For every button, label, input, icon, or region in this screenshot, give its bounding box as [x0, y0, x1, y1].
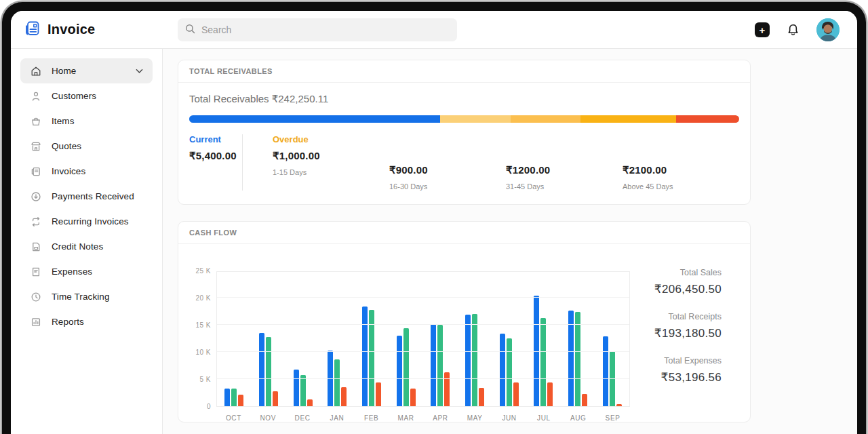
sales-bar	[362, 307, 368, 406]
receipts-bar	[540, 318, 546, 406]
bar-group-nov	[252, 272, 286, 406]
bar-group-dec	[285, 272, 320, 406]
invoice-logo-icon	[23, 19, 42, 41]
total-label: Total Receipts	[630, 312, 722, 321]
progress-segment-overdue-31-45-days	[580, 115, 676, 123]
gridline	[217, 378, 629, 379]
sales-bar	[431, 324, 436, 406]
total-receivables-summary: Total Receivables ₹242,250.11	[189, 93, 739, 105]
bar-group-feb	[355, 272, 389, 406]
total-entry-total-receipts: Total Receipts₹193,180.50	[630, 312, 722, 340]
bar-group-oct	[217, 272, 252, 406]
progress-segment-overdue-1-15-days	[440, 115, 511, 123]
y-tick-label: 20 K	[195, 294, 211, 302]
search-input[interactable]	[201, 24, 450, 35]
sales-bar	[397, 336, 402, 406]
sidebar-item-credit-notes[interactable]: Credit Notes	[20, 234, 153, 259]
app-window: Invoice +	[11, 11, 857, 434]
payments-received-icon	[30, 191, 42, 203]
sales-bar	[259, 333, 264, 406]
section-title: CASH FLOW	[189, 229, 237, 237]
sales-bar	[500, 334, 505, 406]
expenses-bar	[513, 382, 519, 406]
progress-segment-overdue-16-30-days	[511, 115, 580, 123]
sidebar-item-invoices[interactable]: Invoices	[20, 159, 153, 184]
sidebar-item-quotes[interactable]: Quotes	[20, 134, 153, 159]
receipts-bar	[334, 359, 340, 406]
x-tick-label: NOV	[251, 414, 285, 422]
bar-group-aug	[561, 272, 595, 406]
sidebar-item-label: Payments Received	[52, 191, 134, 201]
expenses-bar	[444, 372, 450, 406]
x-tick-label: FEB	[354, 414, 389, 422]
receipts-bar	[300, 375, 306, 406]
cash-flow-totals: Total Sales₹206,450.50Total Receipts₹193…	[630, 268, 750, 422]
search-icon	[184, 23, 196, 37]
sidebar-item-label: Quotes	[52, 141, 81, 151]
sidebar-item-label: Home	[52, 66, 76, 76]
receivables-progress-bar	[189, 115, 739, 123]
bar-group-may	[458, 272, 492, 406]
x-tick-label: AUG	[561, 414, 595, 422]
overdue-period: 1-15 Days	[273, 168, 389, 176]
sidebar-item-expenses[interactable]: Expenses	[20, 259, 153, 284]
sales-bar	[224, 389, 230, 406]
quotes-icon	[30, 140, 42, 153]
receipts-bar	[575, 312, 580, 406]
receipts-bar	[507, 338, 512, 406]
receipts-bar	[231, 389, 237, 406]
total-entry-total-sales: Total Sales₹206,450.50	[630, 268, 722, 296]
overdue-bucket-1-15-days: Overdue₹1,000.001-15 Days	[273, 134, 389, 191]
chart-y-axis: 25 K20 K15 K10 K5 K0	[188, 271, 211, 407]
y-tick-label: 10 K	[195, 349, 211, 356]
sales-bar	[568, 311, 574, 406]
sidebar-item-customers[interactable]: Customers	[20, 83, 153, 108]
sidebar-item-time-tracking[interactable]: Time Tracking	[20, 284, 153, 309]
x-tick-label: MAY	[458, 414, 492, 422]
overdue-amount: ₹2100.00	[623, 164, 739, 176]
items-icon	[30, 115, 42, 127]
sidebar-item-recurring-invoices[interactable]: Recurring Invoices	[20, 209, 153, 234]
total-label: Total Expenses	[630, 356, 722, 366]
recurring-invoices-icon	[30, 216, 42, 228]
user-avatar[interactable]	[816, 18, 840, 41]
expenses-bar	[238, 395, 243, 406]
bar-group-jun	[492, 272, 526, 406]
overdue-bucket-above-45-days: ₹2100.00Above 45 Days	[623, 134, 739, 191]
notifications-bell-icon[interactable]	[786, 23, 800, 37]
sidebar-item-label: Time Tracking	[52, 292, 110, 302]
screenshot-stage: Invoice +	[0, 0, 868, 434]
header-actions: +	[755, 11, 840, 49]
sidebar-item-label: Credit Notes	[52, 241, 103, 252]
section-title: TOTAL RECEIVABLES	[189, 67, 273, 75]
sidebar-item-payments-received[interactable]: Payments Received	[20, 184, 153, 209]
chart-x-axis: OCTNOVDECJANFEBMARAPRMAYJUNJULAUGSEP	[216, 414, 630, 422]
receipts-bar	[472, 314, 477, 406]
bar-group-jan	[320, 272, 355, 406]
current-label: Current	[189, 134, 242, 144]
sales-bar	[465, 315, 471, 406]
time-tracking-icon	[30, 291, 42, 303]
current-receivables: Current ₹5,400.00	[189, 134, 242, 191]
sidebar-item-home[interactable]: Home	[20, 58, 153, 83]
sidebar-item-label: Invoices	[52, 166, 85, 176]
total-label: Total Sales	[630, 268, 722, 277]
overdue-amount: ₹1,000.00	[273, 150, 389, 162]
search-box[interactable]	[178, 18, 457, 41]
expenses-bar	[410, 389, 416, 406]
total-value: ₹53,196.56	[630, 370, 722, 384]
home-icon	[30, 65, 42, 77]
expenses-bar	[341, 387, 347, 406]
expenses-bar	[616, 404, 622, 406]
app-logo[interactable]: Invoice	[11, 19, 95, 41]
overdue-amount: ₹900.00	[389, 164, 506, 176]
app-title: Invoice	[47, 22, 95, 37]
x-tick-label: JUN	[492, 414, 527, 422]
sidebar-item-items[interactable]: Items	[20, 108, 153, 134]
sales-bar	[294, 370, 299, 406]
bar-group-jul	[526, 272, 561, 406]
sidebar-item-reports[interactable]: Reports	[20, 309, 153, 334]
overdue-period: 31-45 Days	[506, 182, 623, 191]
add-new-button[interactable]: +	[755, 22, 770, 37]
expenses-bar	[547, 382, 553, 406]
